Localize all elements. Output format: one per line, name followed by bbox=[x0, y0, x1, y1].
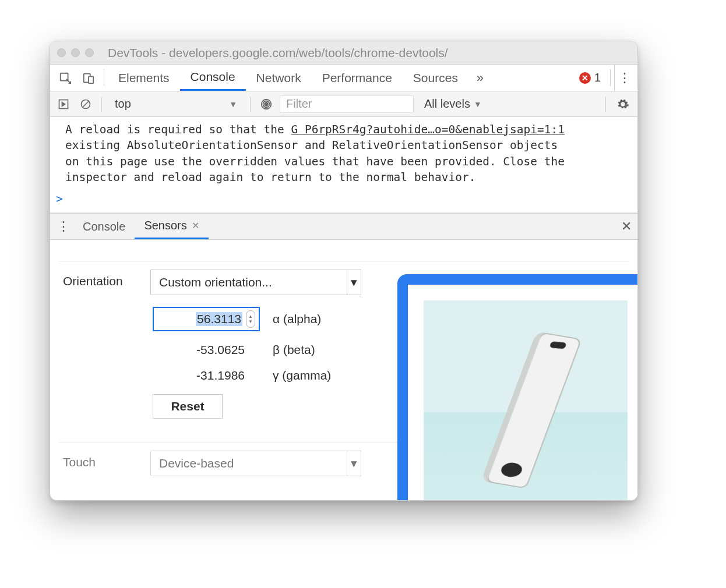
context-selector[interactable]: top ▼ bbox=[109, 95, 243, 113]
gamma-row: -31.1986 γ (gamma) bbox=[150, 369, 361, 382]
beta-row: -53.0625 β (beta) bbox=[150, 343, 361, 357]
orientation-preview[interactable] bbox=[424, 300, 628, 501]
touch-select-value: Device-based bbox=[159, 456, 234, 470]
alpha-label: α (alpha) bbox=[273, 312, 343, 326]
tab-sources[interactable]: Sources bbox=[403, 65, 468, 91]
svg-point-5 bbox=[264, 102, 268, 106]
tab-performance[interactable]: Performance bbox=[312, 65, 403, 91]
console-output: A reload is required so that the G P6rpR… bbox=[50, 117, 637, 213]
console-msg-link[interactable]: G P6rpRSr4g?autohide…o=0&enablejsapi=1:1 bbox=[291, 123, 565, 136]
filterbar-sep-3 bbox=[605, 97, 606, 112]
kebab-menu-icon[interactable]: ⋮ bbox=[614, 65, 634, 91]
log-levels-label: All levels bbox=[424, 97, 470, 111]
filter-input[interactable] bbox=[280, 95, 414, 113]
phone-camera-icon bbox=[499, 462, 523, 477]
filterbar-sep-1 bbox=[101, 97, 102, 112]
touch-select[interactable]: Device-based ▾ bbox=[150, 451, 361, 476]
orientation-label: Orientation bbox=[63, 270, 150, 288]
console-prompt[interactable]: > bbox=[50, 187, 637, 207]
live-expression-icon[interactable] bbox=[258, 95, 275, 113]
tab-elements-label: Elements bbox=[118, 71, 170, 85]
tabstrip-separator-2 bbox=[610, 69, 611, 86]
console-msg-text-2: existing AbsoluteOrientationSensor and R… bbox=[65, 139, 558, 152]
orientation-select-value: Custom orientation... bbox=[159, 275, 272, 289]
close-dot[interactable] bbox=[57, 48, 66, 57]
minimize-dot[interactable] bbox=[71, 48, 80, 57]
drawer-tab-sensors-label: Sensors bbox=[144, 219, 186, 232]
chevron-down-icon: ▾ bbox=[347, 451, 361, 476]
drawer-kebab-icon[interactable]: ⋮ bbox=[54, 214, 73, 239]
clear-console-icon[interactable] bbox=[77, 95, 94, 113]
main-tabstrip: Elements Console Network Performance Sou… bbox=[50, 65, 637, 91]
context-selector-label: top bbox=[115, 97, 131, 111]
alpha-row: 56.3113 ▲▼ α (alpha) bbox=[150, 307, 361, 331]
gamma-label: γ (gamma) bbox=[273, 369, 343, 382]
log-levels-selector[interactable]: All levels ▼ bbox=[418, 97, 488, 111]
section-divider bbox=[58, 261, 629, 261]
drawer-close-icon[interactable]: ✕ bbox=[621, 214, 632, 239]
error-badge[interactable]: ✕ 1 bbox=[573, 65, 607, 91]
gear-icon[interactable] bbox=[613, 98, 633, 111]
error-count: 1 bbox=[594, 71, 601, 84]
chevron-down-icon: ▼ bbox=[229, 100, 237, 109]
filterbar-sep-2 bbox=[250, 97, 251, 112]
execute-icon[interactable] bbox=[55, 95, 72, 113]
drawer-tab-console[interactable]: Console bbox=[73, 214, 135, 239]
orientation-select[interactable]: Custom orientation... ▾ bbox=[150, 270, 361, 295]
error-icon: ✕ bbox=[579, 72, 591, 84]
svg-rect-2 bbox=[89, 76, 93, 83]
beta-label: β (beta) bbox=[273, 343, 343, 357]
console-msg-text-4: inspector and reload again to return to … bbox=[65, 171, 475, 184]
device-toggle-icon[interactable] bbox=[77, 65, 100, 91]
alpha-input[interactable]: 56.3113 ▲▼ bbox=[153, 307, 260, 331]
beta-value[interactable]: -53.0625 bbox=[153, 343, 260, 357]
alpha-value: 56.3113 bbox=[196, 312, 242, 326]
window-titlebar: DevTools - developers.google.com/web/too… bbox=[50, 41, 637, 65]
tab-console[interactable]: Console bbox=[180, 65, 246, 91]
touch-label: Touch bbox=[63, 451, 150, 469]
gamma-value[interactable]: -31.1986 bbox=[153, 369, 260, 382]
tab-network[interactable]: Network bbox=[246, 65, 312, 91]
phone-speaker-icon bbox=[549, 341, 567, 349]
console-msg-text-3: on this page use the overridden values t… bbox=[65, 155, 565, 168]
chevron-down-icon: ▾ bbox=[347, 270, 361, 295]
inspect-icon[interactable] bbox=[54, 65, 77, 91]
drawer-tab-console-label: Console bbox=[83, 220, 125, 233]
tab-performance-label: Performance bbox=[322, 71, 392, 85]
zoom-dot[interactable] bbox=[85, 48, 94, 57]
tabstrip-separator bbox=[104, 69, 104, 86]
close-tab-icon[interactable]: ✕ bbox=[192, 220, 199, 231]
tabs-overflow-icon[interactable]: » bbox=[468, 65, 492, 91]
tab-network-label: Network bbox=[256, 71, 301, 85]
stepper-icon[interactable]: ▲▼ bbox=[246, 310, 255, 328]
devtools-window: DevTools - developers.google.com/web/too… bbox=[50, 41, 638, 501]
console-filterbar: top ▼ All levels ▼ bbox=[50, 91, 637, 117]
chevron-down-icon: ▼ bbox=[474, 100, 482, 109]
drawer-tab-sensors[interactable]: Sensors ✕ bbox=[135, 214, 208, 239]
phone-body bbox=[485, 332, 582, 488]
phone-model[interactable] bbox=[485, 332, 582, 488]
orientation-preview-highlight bbox=[397, 274, 638, 501]
reset-button[interactable]: Reset bbox=[153, 394, 223, 419]
drawer-tabstrip: ⋮ Console Sensors ✕ ✕ bbox=[50, 213, 637, 240]
tab-sources-label: Sources bbox=[413, 71, 458, 85]
traffic-lights bbox=[57, 48, 94, 57]
window-title: DevTools - developers.google.com/web/too… bbox=[108, 46, 448, 60]
console-message: A reload is required so that the G P6rpR… bbox=[50, 121, 637, 187]
tab-elements[interactable]: Elements bbox=[108, 65, 180, 91]
tab-console-label: Console bbox=[191, 70, 235, 84]
reset-button-label: Reset bbox=[171, 399, 204, 413]
console-msg-text-1: A reload is required so that the bbox=[65, 123, 291, 136]
